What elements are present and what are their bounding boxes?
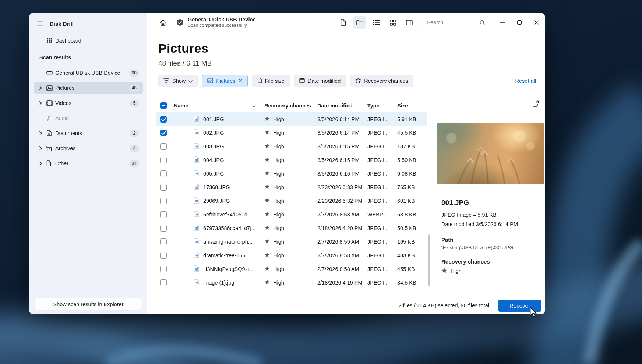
file-size: 6.08 KB bbox=[396, 171, 427, 177]
filter-chip-date-modified[interactable]: Date modified bbox=[294, 75, 346, 87]
videos-icon bbox=[46, 100, 55, 106]
date-modified: 3/5/2026 6:15 PM bbox=[316, 144, 366, 149]
row-checkbox[interactable] bbox=[160, 116, 167, 123]
column-header-type[interactable]: Type bbox=[366, 103, 396, 109]
select-all-checkbox[interactable] bbox=[160, 102, 167, 109]
row-checkbox[interactable] bbox=[160, 170, 167, 177]
row-checkbox[interactable] bbox=[160, 252, 167, 259]
column-header-date[interactable]: Date modified bbox=[316, 103, 366, 109]
search-input[interactable] bbox=[423, 17, 488, 28]
filter-bar: Show Pictures File sizeDate modifiedReco… bbox=[158, 75, 536, 87]
sidebar: Disk Drill Dashboard Scan results Genera… bbox=[29, 13, 147, 314]
table-row[interactable]: 5efddc2ef34d051d... High 2/7/2026 8:58 A… bbox=[156, 208, 427, 221]
filter-chip-file-size[interactable]: File size bbox=[252, 75, 290, 87]
minimize-button[interactable] bbox=[494, 13, 511, 32]
column-header-size[interactable]: Size bbox=[396, 103, 427, 109]
star-icon bbox=[355, 78, 361, 84]
table-row[interactable]: image (1).jpg High 2/18/2026 4:19 PM JPE… bbox=[156, 276, 427, 289]
recovery-chance: High bbox=[273, 171, 284, 177]
file-type: JPEG I... bbox=[366, 198, 396, 204]
file-name: 17368.JPG bbox=[203, 184, 230, 190]
maximize-button[interactable] bbox=[511, 13, 528, 32]
hamburger-menu-icon[interactable] bbox=[37, 21, 43, 26]
row-checkbox[interactable] bbox=[160, 225, 167, 232]
file-name: dramatic-tree-1661... bbox=[203, 252, 253, 258]
preview-panel-toggle-button[interactable] bbox=[403, 16, 416, 29]
table-row[interactable]: amazing-nature-ph... High 2/7/2026 8:59 … bbox=[156, 235, 427, 248]
recovery-chance: High bbox=[273, 198, 284, 204]
device-title: General UDisk USB Device bbox=[188, 17, 256, 23]
sidebar-item-label: Documents bbox=[55, 130, 130, 136]
preview-path-label: Path bbox=[441, 237, 539, 243]
recovery-chance: High bbox=[273, 144, 284, 149]
recover-button[interactable]: Recover bbox=[498, 300, 541, 312]
column-header-recovery[interactable]: Recovery chances bbox=[262, 103, 316, 109]
row-checkbox[interactable] bbox=[160, 130, 167, 136]
chevron-right-icon bbox=[39, 131, 46, 135]
date-modified: 2/23/2026 6:32 PM bbox=[316, 198, 366, 204]
row-checkbox[interactable] bbox=[160, 143, 167, 150]
table-row[interactable]: 679733586cca4_o7j... High 2/18/2026 4:20… bbox=[156, 221, 427, 235]
row-checkbox[interactable] bbox=[160, 238, 167, 245]
row-checkbox[interactable] bbox=[160, 198, 167, 204]
row-checkbox[interactable] bbox=[160, 266, 167, 272]
image-file-icon bbox=[194, 197, 199, 205]
image-file-icon bbox=[194, 225, 199, 232]
file-size: 50.5 KB bbox=[396, 225, 427, 231]
star-icon bbox=[264, 170, 270, 177]
row-checkbox[interactable] bbox=[160, 157, 167, 163]
sidebar-item-pictures[interactable]: Pictures48 bbox=[34, 82, 143, 94]
reset-all-link[interactable]: Reset all bbox=[515, 78, 536, 84]
file-type: JPEG I... bbox=[366, 184, 396, 190]
file-size: 601 KB bbox=[396, 198, 427, 204]
search-box bbox=[423, 17, 488, 28]
table-row[interactable]: 005.JPG High 3/5/2026 6:16 PM JPEG I... … bbox=[156, 167, 427, 180]
table-row[interactable]: dramatic-tree-1661... High 2/7/2026 8:58… bbox=[156, 248, 427, 262]
filter-chip-pictures-active[interactable]: Pictures bbox=[202, 75, 247, 87]
table-row[interactable]: 17368.JPG High 2/23/2026 6:33 PM JPEG I.… bbox=[156, 180, 427, 194]
recovery-chance: High bbox=[273, 212, 284, 218]
row-checkbox[interactable] bbox=[160, 211, 167, 218]
show-label: Show bbox=[172, 78, 186, 84]
date-modified: 2/7/2026 8:58 AM bbox=[316, 212, 366, 218]
sidebar-item-dashboard[interactable]: Dashboard bbox=[34, 35, 143, 47]
filter-chip-recovery-chances[interactable]: Recovery chances bbox=[350, 75, 413, 87]
app-title: Disk Drill bbox=[50, 21, 74, 27]
sidebar-item-documents[interactable]: Documents2 bbox=[34, 127, 143, 139]
column-header-name[interactable]: Name bbox=[171, 103, 262, 109]
folder-view-button[interactable] bbox=[353, 16, 366, 29]
preview-path-value: \Existing\USB Drive (F)\001.JPG bbox=[441, 245, 539, 250]
file-icon bbox=[257, 78, 262, 84]
recovery-chance: High bbox=[273, 225, 284, 231]
show-filter-dropdown[interactable]: Show bbox=[158, 75, 198, 87]
remove-filter-x-icon[interactable] bbox=[239, 78, 243, 84]
file-info-button[interactable] bbox=[337, 16, 349, 29]
list-view-button[interactable] bbox=[370, 16, 382, 29]
scan-status: General UDisk USB Device Scan completed … bbox=[177, 17, 256, 28]
filter-chip-group: File sizeDate modifiedRecovery chances bbox=[252, 75, 413, 87]
image-preview bbox=[437, 123, 544, 184]
open-external-icon[interactable] bbox=[533, 100, 539, 107]
row-checkbox[interactable] bbox=[160, 279, 167, 286]
show-in-explorer-button[interactable]: Show scan results in Explorer bbox=[35, 298, 142, 311]
row-checkbox[interactable] bbox=[160, 184, 167, 191]
table-row[interactable]: 003.JPG High 3/5/2026 6:15 PM JPEG I... … bbox=[156, 139, 427, 153]
table-scrollbar[interactable] bbox=[428, 234, 430, 286]
file-name: 5efddc2ef34d051d... bbox=[203, 212, 252, 218]
count-badge: 5 bbox=[130, 100, 139, 107]
table-row[interactable]: 002.JPG High 3/5/2026 6:14 PM JPEG I... … bbox=[156, 126, 427, 139]
close-button[interactable] bbox=[528, 13, 545, 32]
sidebar-item-audio[interactable]: Audio bbox=[34, 112, 143, 124]
table-row[interactable]: 001.JPG High 3/5/2026 6:14 PM JPEG I... … bbox=[156, 112, 427, 126]
device-subtitle: Scan completed successfully bbox=[188, 23, 256, 28]
sidebar-item-other[interactable]: Other31 bbox=[34, 158, 143, 169]
table-row[interactable]: 29069.JPG High 2/23/2026 6:32 PM JPEG I.… bbox=[156, 194, 427, 208]
grid-view-button[interactable] bbox=[387, 16, 399, 29]
table-row[interactable]: 004.JPG High 3/5/2026 6:15 PM JPEG I... … bbox=[156, 153, 427, 167]
home-button[interactable] bbox=[157, 16, 169, 29]
sidebar-item-archives[interactable]: Archives4 bbox=[34, 142, 143, 154]
sidebar-item-label: Dashboard bbox=[55, 38, 139, 44]
table-row[interactable]: H3NNfqPvugSQ9zi... High 2/7/2026 8:58 AM… bbox=[156, 262, 427, 276]
sidebar-item-videos[interactable]: Videos5 bbox=[34, 97, 143, 109]
sidebar-item-general-udisk-usb-device[interactable]: General UDisk USB Device90 bbox=[34, 67, 143, 79]
